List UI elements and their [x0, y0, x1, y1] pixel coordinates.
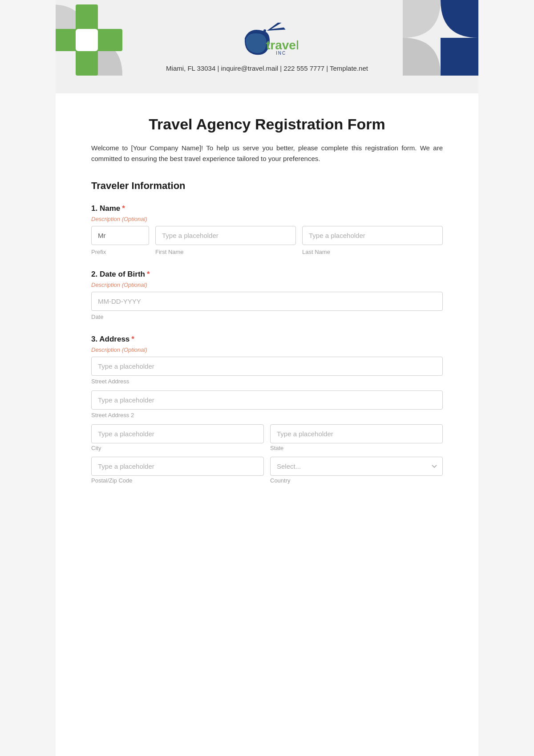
- street-address-input[interactable]: [91, 357, 443, 376]
- firstname-wrap: [155, 226, 296, 245]
- lastname-sublabel: Last Name: [302, 249, 330, 255]
- postal-wrap: Postal/Zip Code: [91, 457, 264, 484]
- state-wrap: State: [270, 424, 443, 451]
- field-address: 3. Address* Description (Optional) Stree…: [91, 335, 443, 484]
- lastname-wrap: [302, 226, 443, 245]
- svg-rect-1: [76, 4, 98, 76]
- city-state-row: City State: [91, 424, 443, 451]
- green-cross-icon: [56, 4, 122, 76]
- prefix-input[interactable]: [91, 226, 149, 245]
- field-name: 1. Name* Description (Optional) Prefix: [91, 204, 443, 256]
- street-address-sublabel: Street Address: [91, 378, 129, 385]
- street-address2-row: Street Address 2: [91, 390, 443, 419]
- field-dob: 2. Date of Birth* Description (Optional)…: [91, 270, 443, 321]
- form-area: Travel Agency Registration Form Welcome …: [56, 93, 478, 525]
- logo: travel INC: [236, 22, 298, 62]
- required-indicator-dob: *: [147, 270, 150, 278]
- postal-country-row: Postal/Zip Code Select... United States …: [91, 457, 443, 484]
- svg-rect-2: [76, 29, 98, 51]
- travel-logo-svg: travel INC: [236, 23, 298, 60]
- logo-area: travel INC Miami, FL 33034 | inquire@tra…: [166, 22, 368, 72]
- field-dob-label: 2. Date of Birth*: [91, 270, 443, 279]
- dob-sublabel: Date: [91, 314, 103, 320]
- country-select[interactable]: Select... United States Canada United Ki…: [270, 457, 443, 476]
- street-address2-input[interactable]: [91, 390, 443, 410]
- field-name-label: 1. Name*: [91, 204, 443, 213]
- state-input[interactable]: [270, 424, 443, 443]
- field-address-label: 3. Address*: [91, 335, 443, 344]
- header: travel INC Miami, FL 33034 | inquire@tra…: [56, 0, 478, 93]
- country-wrap: Select... United States Canada United Ki…: [270, 457, 443, 484]
- dob-input[interactable]: [91, 292, 443, 311]
- svg-text:INC: INC: [276, 51, 286, 56]
- form-title: Travel Agency Registration Form: [91, 116, 443, 133]
- header-contact: Miami, FL 33034 | inquire@travel.mail | …: [166, 64, 368, 72]
- traveler-info-heading: Traveler Information: [91, 180, 443, 192]
- firstname-input[interactable]: [155, 226, 296, 245]
- city-wrap: City: [91, 424, 264, 451]
- blue-quarter-icon: [403, 0, 478, 76]
- prefix-sublabel: Prefix: [91, 249, 106, 255]
- prefix-wrap: [91, 226, 149, 245]
- dob-wrap: [91, 292, 443, 311]
- street-address2-sublabel: Street Address 2: [91, 412, 134, 418]
- required-indicator: *: [122, 204, 125, 213]
- svg-text:travel: travel: [266, 38, 298, 52]
- field-address-desc: Description (Optional): [91, 346, 443, 353]
- name-input-row: [91, 226, 443, 245]
- state-sublabel: State: [270, 445, 443, 451]
- postal-sublabel: Postal/Zip Code: [91, 477, 264, 484]
- required-indicator-addr: *: [131, 335, 134, 343]
- lastname-input[interactable]: [302, 226, 443, 245]
- country-sublabel: Country: [270, 477, 443, 484]
- city-input[interactable]: [91, 424, 264, 443]
- form-intro: Welcome to [Your Company Name]! To help …: [91, 143, 443, 164]
- firstname-sublabel: First Name: [155, 249, 184, 255]
- city-sublabel: City: [91, 445, 264, 451]
- svg-rect-0: [56, 29, 122, 51]
- postal-input[interactable]: [91, 457, 264, 476]
- field-dob-desc: Description (Optional): [91, 281, 443, 288]
- name-sublabels: Prefix First Name Last Name: [91, 248, 443, 256]
- field-name-desc: Description (Optional): [91, 216, 443, 222]
- street-address-row: Street Address: [91, 357, 443, 385]
